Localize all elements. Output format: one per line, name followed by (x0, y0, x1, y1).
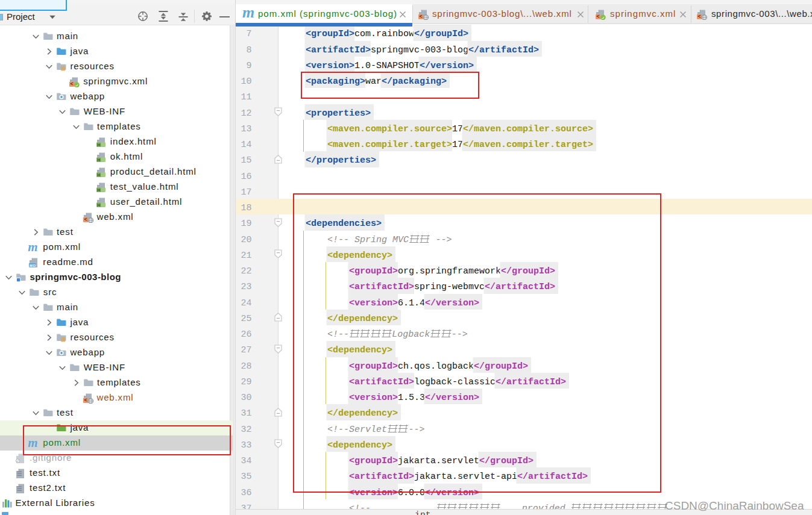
svg-text:MD: MD (30, 263, 36, 267)
svg-text:H: H (97, 157, 101, 162)
svg-text:<: < (419, 13, 422, 19)
svg-text:H: H (97, 187, 101, 192)
svg-text:H: H (97, 142, 101, 147)
svg-text:<: < (71, 81, 74, 87)
svg-text:H: H (97, 172, 101, 177)
svg-text:<: < (596, 13, 599, 19)
svg-text:H: H (97, 202, 101, 207)
svg-text:<: < (84, 397, 87, 403)
svg-text:<: < (84, 216, 87, 222)
svg-text:<: < (697, 13, 700, 19)
